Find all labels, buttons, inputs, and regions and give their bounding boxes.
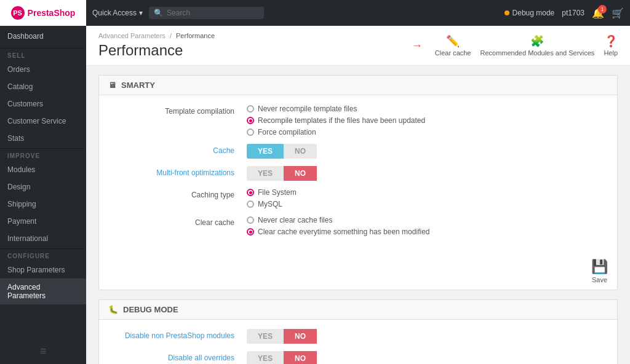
cache-no-button[interactable]: NO [284,144,317,159]
red-arrow-icon: → [412,39,423,52]
option-force-label: Force compilation [258,128,316,136]
help-button[interactable]: ❓ Help [604,34,618,57]
multi-front-controls: YES NO [247,166,605,181]
page-header: Advanced Parameters / Performance Perfor… [86,26,630,66]
sidebar-item-advanced-parameters[interactable]: Advanced Parameters [0,279,86,304]
page-content: 🖥 SMARTY Template compilation Never reco… [86,66,630,364]
page-header-left: Advanced Parameters / Performance Perfor… [98,32,215,59]
smarty-section-title: SMARTY [121,81,155,90]
puzzle-icon: 🧩 [530,34,544,48]
breadcrumb: Advanced Parameters / Performance [98,32,215,39]
radio-filesystem [247,189,254,196]
clear-cache-option-1[interactable]: Clear cache everytime something has been… [247,228,605,236]
notifications-icon[interactable]: 🔔 1 [592,7,604,19]
page-title: Performance [98,42,215,59]
cache-controls: YES NO [247,144,605,159]
caching-option-filesystem[interactable]: File System [247,188,605,197]
debug-dot [504,10,509,15]
header-actions: → ✏️ Clear cache 🧩 Recommended Modules a… [412,34,618,57]
search-box: 🔍 [149,7,264,19]
sidebar-section-improve: IMPROVE [0,148,86,161]
clear-cache-button[interactable]: ✏️ Clear cache [435,34,471,57]
help-icon: ❓ [604,34,618,48]
sidebar-section-configure: CONFIGURE [0,248,86,261]
template-compilation-label: Template compilation [111,105,247,116]
sidebar-item-stats[interactable]: Stats [0,130,86,147]
sidebar-item-modules[interactable]: Modules [0,161,86,178]
sidebar-bottom-icon: ≡ [0,339,86,364]
sidebar-item-customers[interactable]: Customers [0,95,86,113]
cache-yes-button[interactable]: YES [247,144,284,159]
sidebar-item-dashboard[interactable]: Dashboard [0,26,86,47]
debug-section-body: Disable non PrestaShop modules YES NO Di… [99,320,617,364]
sidebar-item-design[interactable]: Design [0,178,86,196]
breadcrumb-current: Performance [176,32,215,39]
cart-icon[interactable]: 🛒 [612,7,624,19]
debug-section-header: 🐛 DEBUG MODE [99,300,617,320]
clear-cache-row: Clear cache Never clear cache files Clea… [111,216,605,236]
radio-always-clear [247,228,254,235]
notification-badge: 1 [598,5,607,14]
disable-overrides-label: Disable all overrides [111,351,247,362]
debug-label: Debug mode [512,9,555,17]
template-option-2[interactable]: Force compilation [247,128,605,136]
logo-text: PrestaShop [28,8,76,18]
recommended-modules-button[interactable]: 🧩 Recommended Modules and Services [480,34,595,57]
modules-label: Recommended Modules and Services [480,49,595,57]
template-option-0[interactable]: Never recompile template files [247,105,605,113]
quick-access-menu[interactable]: Quick Access ▾ [92,9,143,17]
cache-row: Cache YES NO [111,144,605,159]
disable-modules-toggle: YES NO [247,329,605,344]
disable-overrides-no-button[interactable]: NO [284,351,317,364]
radio-never [247,105,254,113]
search-input[interactable] [167,9,259,17]
content-area: Advanced Parameters / Performance Perfor… [86,26,630,364]
save-icon: 💾 [591,259,608,275]
save-button[interactable]: 💾 Save [591,259,608,283]
radio-never-clear [247,216,254,224]
topbar: Quick Access ▾ 🔍 Debug mode pt1703 🔔 1 🛒 [86,0,630,26]
caching-option-mysql[interactable]: MySQL [247,200,605,208]
disable-overrides-yes-button[interactable]: YES [247,351,284,364]
sidebar-item-international[interactable]: International [0,230,86,247]
disable-overrides-controls: YES NO [247,351,605,364]
quick-access-chevron: ▾ [139,9,143,17]
clear-cache-label: Clear cache [435,49,471,57]
sidebar-item-catalog[interactable]: Catalog [0,78,86,95]
option-recompile-label: Recompile templates if the files have be… [258,116,425,125]
save-label: Save [592,276,607,283]
smarty-icon: 🖥 [108,81,116,90]
sidebar-item-customer-service[interactable]: Customer Service [0,113,86,130]
radio-recompile [247,117,254,124]
save-btn-container: 💾 Save [99,253,617,290]
sidebar-item-orders[interactable]: Orders [0,61,86,78]
cache-toggle: YES NO [247,144,605,159]
multi-front-row: Multi-front optimizations YES NO [111,166,605,181]
logo-icon: PS [11,6,25,20]
template-compilation-controls: Never recompile template files Recompile… [247,105,605,136]
multi-front-yes-button[interactable]: YES [247,166,284,181]
clear-cache-form-label: Clear cache [111,216,247,227]
disable-modules-row: Disable non PrestaShop modules YES NO [111,329,605,344]
disable-modules-controls: YES NO [247,329,605,344]
clear-cache-option-0[interactable]: Never clear cache files [247,216,605,224]
smarty-section-body: Template compilation Never recompile tem… [99,95,617,253]
breadcrumb-parent[interactable]: Advanced Parameters [98,32,165,39]
sidebar-item-payment[interactable]: Payment [0,213,86,230]
disable-modules-yes-button[interactable]: YES [247,329,284,344]
template-option-1[interactable]: Recompile templates if the files have be… [247,116,605,125]
sidebar-item-shipping[interactable]: Shipping [0,196,86,213]
dashboard-label: Dashboard [7,32,44,41]
sidebar: PS PrestaShop Dashboard SELL Orders Cata… [0,0,86,364]
multi-front-no-button[interactable]: NO [284,166,317,181]
radio-force [247,129,254,136]
filesystem-label: File System [258,188,297,197]
smarty-section: 🖥 SMARTY Template compilation Never reco… [98,75,618,290]
smarty-section-header: 🖥 SMARTY [99,76,617,95]
help-label: Help [604,49,618,57]
disable-modules-no-button[interactable]: NO [284,329,317,344]
sidebar-item-shop-parameters[interactable]: Shop Parameters [0,261,86,279]
disable-overrides-toggle: YES NO [247,351,605,364]
option-never-label: Never recompile template files [258,105,357,113]
logo[interactable]: PS PrestaShop [0,0,86,26]
